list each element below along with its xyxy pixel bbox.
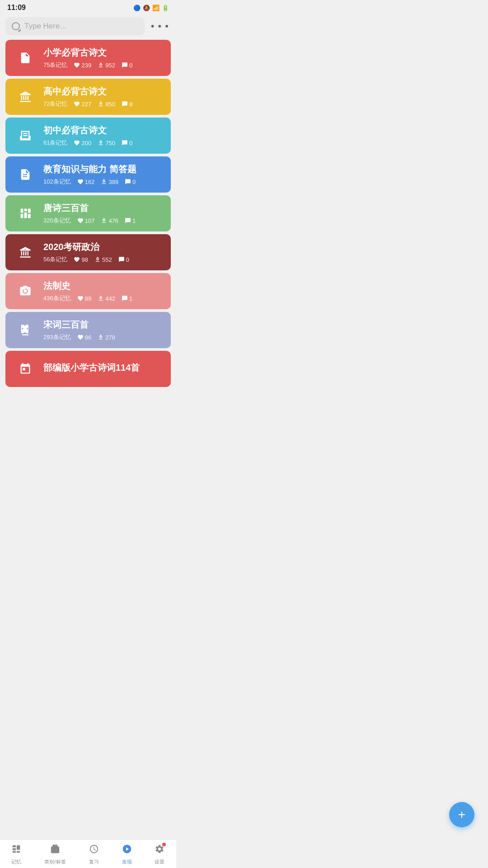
card-count: 61条记忆 [43,139,67,147]
card-title: 教育知识与能力 简答题 [43,163,163,175]
card-list: 小学必背古诗文 75条记忆 239 952 0 高中必背古诗文 72条记忆 22… [0,40,176,426]
card-icon [14,85,37,108]
card-title: 法制史 [43,280,163,292]
svg-rect-4 [28,209,31,213]
card-likes: 200 [74,140,91,146]
card-content: 初中必背古诗文 61条记忆 200 750 0 [43,124,163,147]
card-meta: 72条记忆 227 850 8 [43,100,163,108]
search-placeholder: Type Here... [24,22,66,31]
card-item-3[interactable]: 初中必背古诗文 61条记忆 200 750 0 [5,118,171,154]
card-item-9[interactable]: 部编版小学古诗词114首 [5,351,171,387]
card-icon: + [14,279,37,303]
card-icon [14,357,37,381]
card-meta: 436条记忆 89 442 1 [43,294,163,302]
card-content: 2020考研政治 56条记忆 98 552 0 [43,241,163,264]
search-icon [12,22,20,30]
svg-rect-7 [28,214,31,218]
card-title: 宋词三百首 [43,319,163,331]
card-content: 宋词三百首 293条记忆 86 278 [43,319,163,341]
card-likes: 86 [77,334,91,341]
card-icon [14,241,37,264]
card-likes: 227 [74,101,91,108]
card-comments: 0 [122,62,132,69]
card-count: 72条记忆 [43,100,67,108]
card-count: 293条记忆 [43,333,71,341]
card-title: 初中必背古诗文 [43,124,163,137]
status-bar: 11:09 🔵 🔕 📶 🔋 [0,0,176,14]
card-item-1[interactable]: 小学必背古诗文 75条记忆 239 952 0 [5,40,171,76]
card-comments: 0 [118,256,129,263]
svg-rect-2 [21,209,23,213]
mute-icon: 🔕 [143,5,150,11]
card-count: 436条记忆 [43,294,71,302]
card-meta: 56条记忆 98 552 0 [43,255,163,264]
card-item-8[interactable]: 宋词三百首 293条记忆 86 278 [5,312,171,348]
card-meta: 61条记忆 200 750 0 [43,139,163,147]
card-likes: 89 [77,295,91,302]
card-title: 高中必背古诗文 [43,85,163,98]
card-title: 唐诗三百首 [43,202,163,214]
svg-rect-3 [24,209,27,212]
card-downloads: 442 [98,295,115,302]
card-title: 2020考研政治 [43,241,163,253]
card-likes: 162 [77,179,95,185]
card-likes: 239 [74,62,91,69]
card-icon [14,202,37,225]
card-icon [14,46,37,70]
status-icons: 🔵 🔕 📶 🔋 [133,5,169,11]
card-count: 320条记忆 [43,217,71,225]
status-time: 11:09 [7,4,26,12]
card-meta: 75条记忆 239 952 0 [43,61,163,69]
card-content: 唐诗三百首 320条记忆 107 476 1 [43,202,163,225]
card-item-2[interactable]: 高中必背古诗文 72条记忆 227 850 8 [5,79,171,115]
svg-rect-6 [24,212,27,218]
search-input-wrapper[interactable]: Type Here... [5,17,145,35]
card-downloads: 476 [101,217,118,224]
card-comments: 1 [125,217,136,224]
svg-rect-5 [21,214,23,218]
card-item-5[interactable]: 唐诗三百首 320条记忆 107 476 1 [5,195,171,231]
card-downloads: 850 [98,101,115,108]
card-content: 法制史 436条记忆 89 442 1 [43,280,163,302]
battery-icon: 🔋 [162,5,169,11]
card-count: 102条记忆 [43,178,71,186]
card-content: 高中必背古诗文 72条记忆 227 850 8 [43,85,163,108]
card-content: 教育知识与能力 简答题 102条记忆 162 389 0 [43,163,163,186]
card-item-4[interactable]: 教育知识与能力 简答题 102条记忆 162 389 0 [5,156,171,193]
card-icon [14,124,37,147]
svg-text:+: + [23,286,26,292]
card-likes: 107 [77,217,95,224]
card-meta: 320条记忆 107 476 1 [43,217,163,225]
wifi-icon: 📶 [152,5,160,11]
card-content: 部编版小学古诗词114首 [43,362,163,376]
search-bar: Type Here... • • • [5,17,171,35]
card-meta: 293条记忆 86 278 [43,333,163,341]
card-title: 部编版小学古诗词114首 [43,362,163,374]
svg-rect-0 [23,133,27,134]
card-comments: 8 [122,101,132,108]
card-icon [14,163,37,186]
card-count: 56条记忆 [43,255,67,264]
card-item-6[interactable]: 2020考研政治 56条记忆 98 552 0 [5,234,171,270]
card-comments: 1 [122,295,132,302]
card-downloads: 952 [98,62,115,69]
card-comments: 0 [122,140,132,146]
card-content: 小学必背古诗文 75条记忆 239 952 0 [43,47,163,69]
card-title: 小学必背古诗文 [43,47,163,59]
bluetooth-icon: 🔵 [133,5,141,11]
card-downloads: 750 [98,140,115,146]
card-downloads: 389 [101,179,118,185]
card-count: 75条记忆 [43,61,67,69]
card-comments: 0 [125,179,136,185]
card-item-7[interactable]: + 法制史 436条记忆 89 442 1 [5,273,171,309]
card-icon [14,318,37,342]
card-downloads: 278 [98,334,115,341]
card-meta: 102条记忆 162 389 0 [43,178,163,186]
card-likes: 98 [74,256,88,263]
svg-rect-1 [23,135,27,136]
card-downloads: 552 [94,256,112,263]
more-options-button[interactable]: • • • [149,19,171,34]
